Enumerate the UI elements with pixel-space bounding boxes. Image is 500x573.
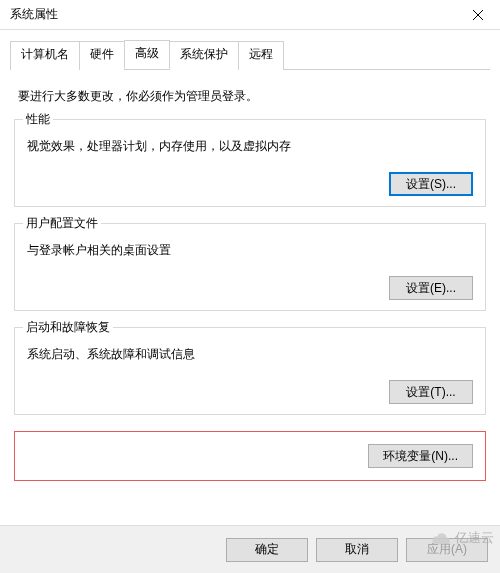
dialog-footer: 确定 取消 应用(A) [0,525,500,573]
env-highlight-box: 环境变量(N)... [14,431,486,481]
group-startup: 启动和故障恢复 系统启动、系统故障和调试信息 设置(T)... [14,327,486,415]
performance-settings-button[interactable]: 设置(S)... [389,172,473,196]
close-button[interactable] [455,0,500,29]
startup-settings-button[interactable]: 设置(T)... [389,380,473,404]
tab-advanced[interactable]: 高级 [124,40,170,69]
titlebar: 系统属性 [0,0,500,30]
tab-hardware[interactable]: 硬件 [79,41,125,70]
group-startup-title: 启动和故障恢复 [23,319,113,336]
tab-remote[interactable]: 远程 [238,41,284,70]
userprofile-settings-button[interactable]: 设置(E)... [389,276,473,300]
window-title: 系统属性 [10,6,58,23]
tab-computer-name[interactable]: 计算机名 [10,41,80,70]
group-userprofile-title: 用户配置文件 [23,215,101,232]
group-performance-title: 性能 [23,111,53,128]
group-startup-desc: 系统启动、系统故障和调试信息 [27,346,473,363]
group-userprofile-desc: 与登录帐户相关的桌面设置 [27,242,473,259]
close-icon [473,10,483,20]
cancel-button[interactable]: 取消 [316,538,398,562]
group-userprofile: 用户配置文件 与登录帐户相关的桌面设置 设置(E)... [14,223,486,311]
tab-system-protection[interactable]: 系统保护 [169,41,239,70]
ok-button[interactable]: 确定 [226,538,308,562]
group-performance: 性能 视觉效果，处理器计划，内存使用，以及虚拟内存 设置(S)... [14,119,486,207]
environment-variables-button[interactable]: 环境变量(N)... [368,444,473,468]
tab-strip: 计算机名 硬件 高级 系统保护 远程 [0,30,500,70]
group-performance-desc: 视觉效果，处理器计划，内存使用，以及虚拟内存 [27,138,473,155]
apply-button[interactable]: 应用(A) [406,538,488,562]
tab-panel-advanced: 要进行大多数更改，你必须作为管理员登录。 性能 视觉效果，处理器计划，内存使用，… [0,70,500,503]
intro-text: 要进行大多数更改，你必须作为管理员登录。 [18,88,486,105]
